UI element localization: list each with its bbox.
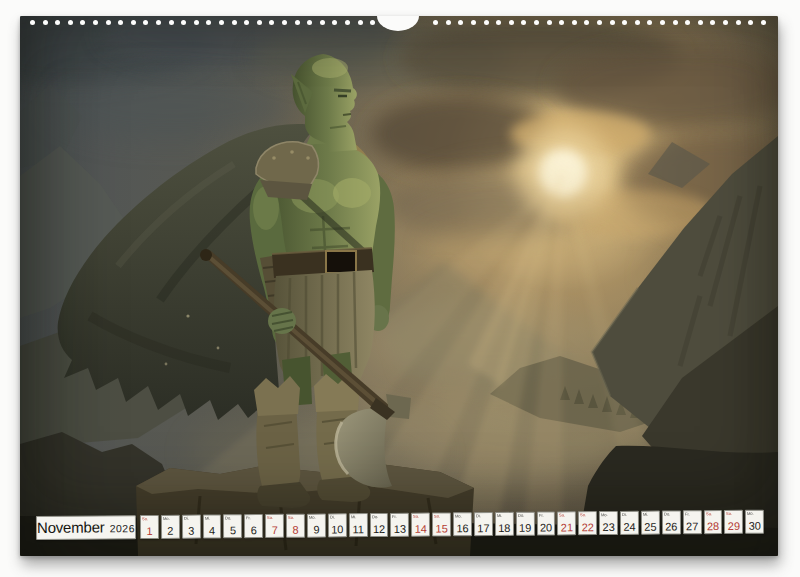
date-cell: So.15 [432, 512, 451, 536]
month-name: November [37, 516, 105, 539]
binding-hole [358, 20, 363, 25]
date-cell: Do.19 [516, 512, 535, 536]
day-number: 23 [600, 521, 617, 533]
date-cell: Sa.14 [411, 513, 430, 537]
date-cell: Do.5 [223, 514, 242, 538]
day-number: 22 [579, 521, 596, 533]
binding-hole [597, 20, 602, 25]
day-number: 5 [224, 524, 241, 536]
binding-hole [736, 20, 741, 25]
binding-hole [761, 20, 766, 25]
binding-hole [509, 20, 514, 25]
date-cell: Do.26 [662, 510, 681, 534]
day-number: 2 [162, 525, 179, 537]
date-cell: Mo.16 [453, 512, 472, 536]
day-number: 12 [371, 523, 388, 535]
date-cell: Di.10 [328, 513, 347, 537]
day-number: 9 [308, 523, 325, 535]
binding-hole [43, 20, 48, 25]
date-cell: Di.24 [620, 511, 639, 535]
weekday-abbrev: Mo. [163, 516, 170, 521]
date-cell: Sa.28 [703, 510, 722, 534]
photo-vignette [20, 16, 778, 556]
weekday-abbrev: Mo. [747, 511, 754, 516]
date-cell: Di.17 [474, 512, 493, 536]
weekday-abbrev: Do. [518, 513, 524, 518]
binding-hole [610, 20, 615, 25]
binding-hole [232, 20, 237, 25]
day-number: 8 [287, 524, 304, 536]
binding-hole [320, 20, 325, 25]
day-number: 15 [433, 522, 450, 534]
binding-hole [156, 20, 161, 25]
weekday-abbrev: Mo. [309, 515, 316, 520]
binding-hole [635, 20, 640, 25]
weekday-abbrev: So. [580, 512, 586, 517]
day-number: 4 [204, 524, 221, 536]
day-number: 13 [391, 523, 408, 535]
weekday-abbrev: Sa. [705, 511, 711, 516]
binding-hole [484, 20, 489, 25]
weekday-abbrev: Do. [664, 511, 670, 516]
date-cell: Fr.27 [683, 510, 702, 534]
date-cell: Mi.25 [641, 511, 660, 535]
weekday-abbrev: Do. [225, 515, 231, 520]
binding-hole [93, 20, 98, 25]
binding-hole [131, 20, 136, 25]
binding-hole [194, 20, 199, 25]
day-number: 19 [517, 522, 534, 534]
weekday-abbrev: Di. [330, 514, 335, 519]
binding-hole [345, 20, 350, 25]
calendar-artwork [20, 16, 778, 556]
weekday-abbrev: Di. [184, 516, 189, 521]
day-number: 29 [725, 520, 742, 532]
binding-hole [295, 20, 300, 25]
weekday-abbrev: Fr. [685, 511, 690, 516]
date-cell: So.8 [286, 514, 305, 538]
date-cell: Mi.18 [495, 512, 514, 536]
day-number: 17 [475, 522, 492, 534]
binding-hole [68, 20, 73, 25]
binding-hole [169, 20, 174, 25]
date-cell: So.22 [578, 511, 597, 535]
weekday-abbrev: Mi. [351, 514, 357, 519]
binding-hole [282, 20, 287, 25]
date-cell: Mi.11 [349, 513, 368, 537]
year-label: 2026 [110, 522, 135, 534]
binding-hole [446, 20, 451, 25]
date-cell: So.29 [724, 510, 743, 534]
date-cell: Fr.20 [536, 511, 555, 535]
date-cell: Fr.6 [244, 514, 263, 538]
date-cell: Sa.21 [557, 511, 576, 535]
binding-hole [660, 20, 665, 25]
day-number: 14 [412, 523, 429, 535]
weekday-abbrev: Fr. [246, 515, 251, 520]
date-cell: Mo.2 [161, 515, 180, 539]
day-number: 11 [350, 523, 367, 535]
binding-hole [673, 20, 678, 25]
day-number: 18 [496, 522, 513, 534]
day-number: 20 [538, 521, 555, 533]
weekday-abbrev: Sa. [413, 514, 419, 519]
date-cell: Mi.4 [202, 514, 221, 538]
date-cell: Mo.30 [745, 510, 764, 534]
day-number: 6 [245, 524, 262, 536]
binding-hole [257, 20, 262, 25]
day-number: 16 [454, 522, 471, 534]
day-number: 24 [621, 521, 638, 533]
binding-hole [534, 20, 539, 25]
day-number: 28 [705, 520, 722, 532]
day-number: 10 [329, 523, 346, 535]
binding-hole [219, 20, 224, 25]
weekday-abbrev: Mo. [601, 512, 608, 517]
day-number: 21 [558, 521, 575, 533]
day-number: 30 [746, 520, 763, 532]
weekday-abbrev: Mo. [455, 513, 462, 518]
date-cell: Fr.13 [390, 513, 409, 537]
weekday-abbrev: So. [434, 513, 440, 518]
binding-hole [547, 20, 552, 25]
weekday-abbrev: Do. [371, 514, 377, 519]
weekday-abbrev: Sa. [267, 515, 273, 520]
date-cell: Sa.7 [265, 514, 284, 538]
date-cell: Di.3 [182, 515, 201, 539]
